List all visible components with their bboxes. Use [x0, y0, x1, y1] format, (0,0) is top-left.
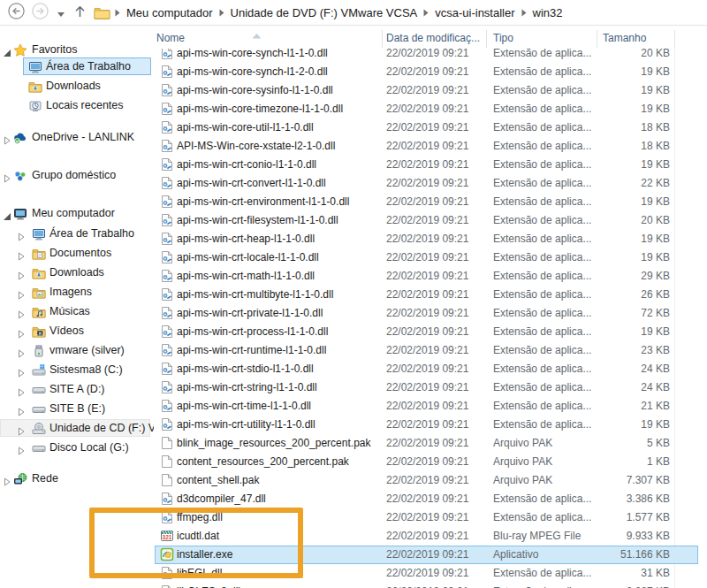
column-header-tamanho[interactable]: Tamanho: [603, 32, 646, 44]
file-row[interactable]: api-ms-win-crt-conio-l1-1-0.dll22/02/201…: [155, 156, 698, 174]
back-button[interactable]: [8, 3, 25, 23]
forward-button[interactable]: [32, 3, 49, 23]
column-resize-handle[interactable]: [597, 30, 597, 48]
twisty-expanded-icon[interactable]: [3, 209, 11, 225]
sort-ascending-icon: [252, 27, 262, 42]
file-row[interactable]: api-ms-win-crt-filesystem-l1-1-0.dll22/0…: [155, 211, 698, 230]
file-row[interactable]: libGLESv2.dll22/02/2019 09:21Extensão de…: [155, 583, 698, 588]
file-row[interactable]: api-ms-win-crt-private-l1-1-0.dll22/02/2…: [155, 304, 698, 323]
dll-icon: [160, 139, 174, 153]
breadcrumb-item-vcsa-ui-installer[interactable]: vcsa-ui-installer: [431, 6, 518, 19]
sidebar-item-imagens[interactable]: Imagens: [0, 283, 154, 302]
sidebar-item-downloads[interactable]: Downloads: [0, 263, 154, 283]
address-bar[interactable]: Meu computadorUnidade de DVD (F:) VMware…: [94, 1, 566, 24]
file-date: 22/02/2019 09:21: [386, 270, 468, 282]
file-size: 9.933 KB: [557, 530, 670, 542]
column-resize-handle[interactable]: [382, 30, 383, 48]
sidebar-item-sistesma8-c[interactable]: Sistesma8 (C:): [0, 361, 154, 380]
file-date: 22/02/2019 09:21: [386, 288, 468, 301]
desktop-icon: [28, 60, 42, 74]
twisty-collapsed-icon[interactable]: [17, 307, 26, 323]
file-row[interactable]: api-ms-win-core-sysinfo-l1-1-0.dll22/02/…: [155, 81, 698, 100]
sidebar-item-unidade-de-cd-f-v[interactable]: Unidade de CD (F:) V: [0, 419, 154, 439]
file-date: 22/02/2019 09:21: [386, 195, 468, 208]
file-row[interactable]: api-ms-win-crt-utility-l1-1-0.dll22/02/2…: [155, 416, 698, 434]
file-size: 51.166 KB: [557, 548, 670, 561]
twisty-collapsed-icon[interactable]: [17, 443, 26, 459]
file-row[interactable]: api-ms-win-crt-stdio-l1-1-0.dll22/02/201…: [155, 360, 698, 378]
column-header-tipo[interactable]: Tipo: [493, 32, 513, 44]
sidebar-item-locais-recentes[interactable]: Locais recentes: [0, 96, 154, 116]
sidebar-item-site-b-e[interactable]: SITE B (E:): [0, 400, 154, 419]
breadcrumb-item-unidade-de-dvd-f-vmware-vcsa[interactable]: Unidade de DVD (F:) VMware VCSA: [227, 6, 422, 19]
up-button[interactable]: [74, 4, 86, 21]
file-row[interactable]: d3dcompiler_47.dll22/02/2019 09:21Extens…: [155, 490, 698, 508]
file-row[interactable]: api-ms-win-crt-math-l1-1-0.dll22/02/2019…: [155, 267, 698, 286]
file-row[interactable]: API-MS-Win-core-xstate-l2-1-0.dll22/02/2…: [155, 137, 698, 156]
sidebar-section-rede[interactable]: Rede: [0, 470, 154, 486]
sidebar-item-disco-local-g[interactable]: Disco Local (G:): [0, 439, 154, 458]
twisty-collapsed-icon[interactable]: [3, 133, 11, 149]
twisty-collapsed-icon[interactable]: [17, 365, 26, 381]
twisty-collapsed-icon[interactable]: [17, 248, 26, 264]
file-row[interactable]: api-ms-win-crt-heap-l1-1-0.dll22/02/2019…: [155, 230, 698, 248]
sidebar-item-documentos[interactable]: Documentos: [0, 244, 154, 263]
sidebar-item-m-sicas[interactable]: Músicas: [0, 302, 154, 322]
file-size: 26 KB: [557, 288, 670, 301]
sidebar-item-rea-de-trabalho[interactable]: Área de Trabalho: [0, 225, 154, 244]
twisty-collapsed-icon[interactable]: [3, 171, 11, 187]
dll-icon: [160, 399, 174, 413]
file-name: api-ms-win-core-synch-l1-2-0.dll: [177, 65, 328, 78]
twisty-expanded-icon[interactable]: [3, 45, 11, 61]
homegroup-icon: [13, 169, 27, 183]
file-row[interactable]: content_shell.pak22/02/2019 09:21Arquivo…: [155, 471, 698, 490]
file-row[interactable]: api-ms-win-crt-string-l1-1-0.dll22/02/20…: [155, 378, 698, 397]
column-resize-handle[interactable]: [674, 30, 675, 48]
file-size: 19 KB: [557, 233, 670, 245]
sidebar-item-v-deos[interactable]: Vídeos: [0, 322, 154, 341]
file-row[interactable]: api-ms-win-crt-runtime-l1-1-0.dll22/02/2…: [155, 341, 698, 360]
dll-icon: [160, 269, 174, 283]
column-header-nome[interactable]: Nome: [156, 32, 185, 44]
file-row[interactable]: api-ms-win-crt-locale-l1-1-0.dll22/02/20…: [155, 248, 698, 267]
twisty-collapsed-icon[interactable]: [17, 287, 26, 303]
dll-icon: [160, 287, 174, 302]
breadcrumb-item-win32[interactable]: win32: [529, 6, 566, 19]
sidebar-item-rea-de-trabalho[interactable]: Área de Trabalho: [0, 57, 154, 77]
breadcrumb-item-meu-computador[interactable]: Meu computador: [123, 6, 217, 19]
column-header-data-de-modifica[interactable]: Data de modificaç...: [386, 32, 480, 44]
file-row[interactable]: api-ms-win-core-util-l1-1-0.dll22/02/201…: [155, 118, 698, 137]
sidebar-item-vmware-silver[interactable]: vmware (silver): [0, 341, 154, 361]
file-name: content_resources_200_percent.pak: [177, 455, 349, 468]
file-row[interactable]: api-ms-win-crt-process-l1-1-0.dll22/02/2…: [155, 323, 698, 341]
file-row[interactable]: api-ms-win-core-synch-l1-2-0.dll22/02/20…: [155, 63, 698, 81]
file-row[interactable]: api-ms-win-crt-environment-l1-1-0.dll22/…: [155, 193, 698, 211]
recent-locations-dropdown[interactable]: [57, 4, 65, 20]
file-size: 5 KB: [557, 437, 670, 449]
twisty-collapsed-icon[interactable]: [17, 346, 26, 362]
hard-drive-icon: [32, 441, 46, 455]
file-row[interactable]: content_resources_200_percent.pak22/02/2…: [155, 453, 698, 471]
sidebar-section-favoritos[interactable]: Favoritos: [0, 41, 154, 57]
file-row[interactable]: api-ms-win-crt-multibyte-l1-1-0.dll22/02…: [155, 286, 698, 304]
twisty-collapsed-icon[interactable]: [17, 326, 26, 342]
twisty-collapsed-icon[interactable]: [17, 385, 26, 401]
twisty-collapsed-icon[interactable]: [3, 474, 11, 490]
twisty-collapsed-icon[interactable]: [17, 229, 26, 245]
column-resize-handle[interactable]: [486, 30, 487, 48]
star-icon: [13, 43, 27, 57]
twisty-collapsed-icon[interactable]: [17, 268, 26, 284]
twisty-collapsed-icon[interactable]: [17, 424, 26, 439]
file-name: api-ms-win-core-synch-l1-1-0.dll: [177, 47, 328, 59]
sidebar-section-grupo-dom-stico[interactable]: Grupo doméstico: [0, 166, 154, 183]
file-row[interactable]: api-ms-win-crt-convert-l1-1-0.dll22/02/2…: [155, 174, 698, 193]
file-row[interactable]: blink_image_resources_200_percent.pak22/…: [155, 434, 698, 453]
twisty-collapsed-icon[interactable]: [17, 404, 26, 420]
dll-icon: [160, 213, 174, 227]
sidebar-section-meu-computador[interactable]: Meu computador: [0, 204, 154, 221]
file-row[interactable]: api-ms-win-crt-time-l1-1-0.dll22/02/2019…: [155, 397, 698, 416]
sidebar-item-site-a-d[interactable]: SITE A (D:): [0, 380, 154, 400]
sidebar-section-onedrive-lanlink[interactable]: OneDrive - LANLINK: [0, 128, 154, 145]
file-row[interactable]: api-ms-win-core-timezone-l1-1-0.dll22/02…: [155, 100, 698, 118]
sidebar-item-downloads[interactable]: Downloads: [0, 77, 154, 96]
